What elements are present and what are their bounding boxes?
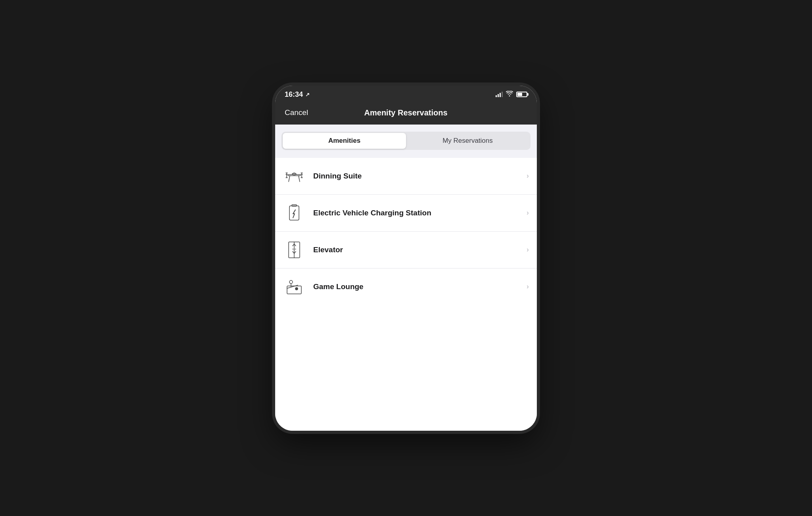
svg-rect-13	[292, 205, 297, 206]
wifi-icon	[506, 91, 513, 98]
dining-suite-label: Dinning Suite	[313, 172, 527, 180]
svg-rect-12	[289, 206, 299, 220]
svg-point-22	[295, 288, 298, 290]
chevron-right-icon: ›	[527, 209, 529, 217]
page-title: Amenity Reservations	[364, 108, 448, 117]
ev-charging-label: Electric Vehicle Charging Station	[313, 209, 527, 217]
location-arrow-icon: ↗	[305, 92, 310, 98]
phone-frame: 16:34 ↗ Cancel Amen	[275, 86, 537, 431]
game-lounge-label: Game Lounge	[313, 282, 527, 291]
svg-line-2	[299, 176, 300, 182]
chevron-right-icon: ›	[527, 282, 529, 291]
chevron-right-icon: ›	[527, 172, 529, 180]
status-time: 16:34 ↗	[285, 90, 310, 99]
tab-amenities[interactable]: Amenities	[283, 133, 406, 149]
elevator-label: Elevator	[313, 246, 527, 254]
time-display: 16:34	[285, 90, 303, 99]
game-lounge-icon	[283, 276, 305, 298]
list-item-game-lounge[interactable]: Game Lounge ›	[275, 269, 537, 305]
tab-my-reservations[interactable]: My Reservations	[406, 133, 529, 149]
list-item-elevator[interactable]: Elevator ›	[275, 232, 537, 269]
cancel-button[interactable]: Cancel	[285, 108, 308, 117]
battery-icon	[516, 92, 527, 97]
list-item-dining-suite[interactable]: Dinning Suite ›	[275, 158, 537, 195]
svg-rect-18	[287, 286, 301, 294]
svg-point-19	[289, 280, 293, 284]
signal-bars-icon	[496, 92, 503, 97]
content-area: Amenities My Reservations	[275, 125, 537, 431]
list-item-ev-charging[interactable]: Electric Vehicle Charging Station ›	[275, 195, 537, 232]
chevron-right-icon: ›	[527, 246, 529, 254]
dining-icon	[283, 165, 305, 187]
svg-line-1	[289, 176, 290, 182]
elevator-icon	[283, 239, 305, 261]
amenities-list: Dinning Suite › Electric Vehicle Chargin…	[275, 158, 537, 431]
status-icons	[496, 91, 527, 98]
nav-bar: Cancel Amenity Reservations	[275, 103, 537, 125]
segmented-control: Amenities My Reservations	[282, 132, 530, 150]
status-bar: 16:34 ↗	[275, 86, 537, 103]
ev-charging-icon	[283, 202, 305, 224]
